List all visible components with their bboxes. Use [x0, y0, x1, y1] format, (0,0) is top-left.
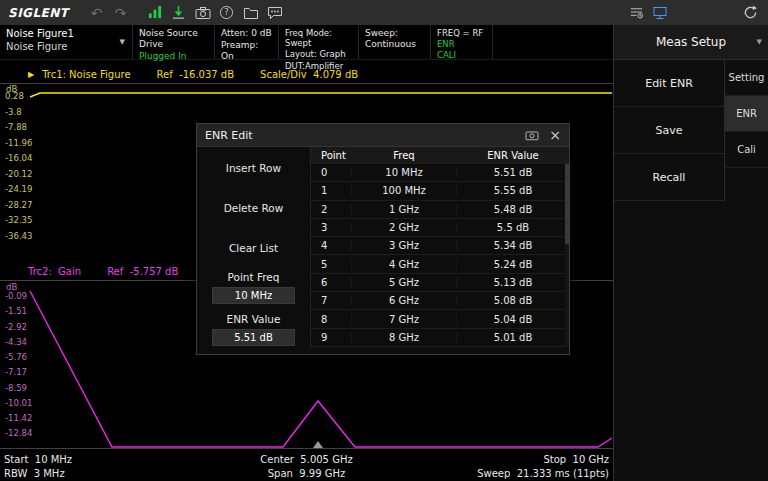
table-scrollbar[interactable]	[565, 164, 569, 347]
dialog-titlebar[interactable]: ENR Edit ×	[197, 124, 569, 147]
insert-row-button[interactable]: Insert Row	[197, 155, 310, 181]
layout-mode: Layout: Graph	[285, 49, 352, 59]
cell-enr: 5.08 dB	[456, 295, 569, 306]
chevron-down-icon: ▼	[120, 38, 125, 46]
stop-freq: Stop 10 GHz	[543, 454, 609, 465]
table-row[interactable]: 8 7 GHz 5.04 dB	[311, 310, 569, 328]
chat-icon	[267, 6, 283, 20]
dialog-title-icons: ×	[525, 128, 561, 142]
sweep-time-value: Sweep 21.333 ms (11pts)	[477, 468, 609, 479]
refresh-icon[interactable]	[738, 3, 762, 23]
svg-text:?: ?	[224, 7, 228, 17]
redo-icon[interactable]: ↷	[109, 3, 133, 23]
scrollbar-thumb[interactable]	[565, 164, 569, 244]
enr-value-input[interactable]: 5.51 dB	[212, 329, 295, 346]
point-freq-label: Point Freq	[197, 271, 310, 283]
clear-list-button[interactable]: Clear List	[197, 235, 310, 261]
table-row[interactable]: 9 8 GHz 5.01 dB	[311, 329, 569, 347]
camera-icon[interactable]	[191, 3, 215, 23]
cell-enr: 5.01 dB	[456, 332, 569, 343]
help-icon[interactable]: ?	[215, 3, 239, 23]
table-row[interactable]: 7 6 GHz 5.08 dB	[311, 292, 569, 310]
channel-selector[interactable]: Noise Figure1 Noise Figure ▼	[0, 25, 133, 59]
cali-flag: CALI	[437, 50, 486, 60]
siglent-logo: SIGLENT	[8, 6, 69, 20]
col-header-enr: ENR Value	[456, 150, 569, 161]
tab-setting[interactable]: Setting	[725, 60, 768, 96]
tab-cali[interactable]: Cali	[725, 132, 768, 168]
enr-edit-dialog: ENR Edit × Insert Row Delete Row Clear L…	[196, 123, 570, 355]
point-freq-input[interactable]: 10 MHz	[212, 287, 295, 304]
cell-point: 0	[311, 167, 351, 178]
y-axis-label: -16.04	[5, 154, 37, 163]
y-axis-label: -7.17	[5, 368, 37, 377]
close-icon[interactable]: ×	[549, 128, 561, 142]
noise-source-status: Noise Source Drive Plugged In	[133, 25, 215, 59]
y-axis-label: -32.35	[5, 216, 37, 225]
recall-button[interactable]: Recall	[614, 154, 724, 201]
cell-point: 2	[311, 204, 351, 215]
history-list-icon	[629, 5, 644, 20]
cell-enr: 5.5 dB	[456, 222, 569, 233]
table-row[interactable]: 6 5 GHz 5.13 dB	[311, 274, 569, 292]
cell-freq: 5 GHz	[351, 277, 456, 288]
y-axis-label: -5.76	[5, 353, 37, 362]
enr-value-label: ENR Value	[197, 313, 310, 325]
trace-measure-icon[interactable]	[143, 3, 167, 23]
freq-mode: Freq Mode: Swept	[285, 28, 352, 48]
center-freq-marker	[313, 441, 323, 448]
meas-setup-panel: Meas Setup ▼ Edit ENR Save Recall Settin…	[613, 25, 768, 481]
y-axis-label: -3.8	[5, 108, 37, 117]
col-header-freq: Freq	[351, 150, 456, 161]
freq-ref-status: FREQ = RF ENR CALI	[431, 25, 493, 59]
trace2-name: Trc2: Gain	[28, 266, 81, 277]
table-row[interactable]: 5 4 GHz 5.24 dB	[311, 255, 569, 273]
table-row[interactable]: 2 1 GHz 5.48 dB	[311, 201, 569, 219]
remote-network-icon[interactable]	[648, 3, 672, 23]
cell-enr: 5.13 dB	[456, 277, 569, 288]
cell-point: 7	[311, 295, 351, 306]
screenshot-icon[interactable]	[525, 129, 539, 141]
undo-icon[interactable]: ↶	[85, 3, 109, 23]
cell-freq: 100 MHz	[351, 185, 456, 196]
y-axis-label: -12.84	[5, 429, 37, 438]
freq-ref: FREQ = RF	[437, 28, 486, 38]
delete-row-button[interactable]: Delete Row	[197, 195, 310, 221]
channel-mode: Noise Figure	[6, 41, 126, 53]
history-list-icon[interactable]	[624, 3, 648, 23]
file-icon[interactable]	[239, 3, 263, 23]
trace1-header: ▶ Trc1: Noise Figure Ref -16.037 dB Scal…	[28, 69, 358, 80]
table-row[interactable]: 0 10 MHz 5.51 dB	[311, 164, 569, 182]
cell-freq: 4 GHz	[351, 259, 456, 270]
cell-freq: 10 MHz	[351, 167, 456, 178]
toolbar-spacer	[133, 3, 143, 23]
edit-enr-button[interactable]: Edit ENR	[614, 60, 724, 107]
y-axis-label: -11.42	[5, 414, 37, 423]
y-axis-label: -24.19	[5, 185, 37, 194]
y-axis-label: -10.01	[5, 399, 37, 408]
meas-setup-header[interactable]: Meas Setup ▼	[614, 25, 768, 60]
freq-mode-status: Freq Mode: Swept Layout: Graph DUT:Ampli…	[279, 25, 359, 59]
save-trace-icon[interactable]	[167, 3, 191, 23]
trace1-name: Trc1: Noise Figure	[42, 69, 130, 80]
sweep-readout-bar: Start 10 MHz Center 5.005 GHz Stop 10 GH…	[0, 449, 613, 481]
y-axis-label: -2.92	[5, 323, 37, 332]
enr-flag: ENR	[437, 39, 486, 49]
app-window: SIGLENT ↶ ↷	[0, 0, 768, 481]
table-row[interactable]: 3 2 GHz 5.5 dB	[311, 219, 569, 237]
trace1-line	[30, 93, 612, 97]
noise-source-value: Plugged In	[139, 51, 208, 62]
help-icon: ?	[219, 5, 234, 20]
save-button[interactable]: Save	[614, 107, 724, 154]
cell-enr: 5.24 dB	[456, 259, 569, 270]
tab-enr[interactable]: ENR	[725, 96, 768, 132]
camera-icon	[195, 6, 211, 20]
y-axis-label: -0.09	[5, 292, 37, 301]
cell-freq: 6 GHz	[351, 295, 456, 306]
message-icon[interactable]	[263, 3, 287, 23]
table-row[interactable]: 1 100 MHz 5.55 dB	[311, 182, 569, 200]
table-row[interactable]: 4 3 GHz 5.34 dB	[311, 237, 569, 255]
cell-freq: 3 GHz	[351, 240, 456, 251]
trace2-header: Trc2: Gain Ref -5.757 dB	[28, 266, 178, 277]
cell-enr: 5.34 dB	[456, 240, 569, 251]
